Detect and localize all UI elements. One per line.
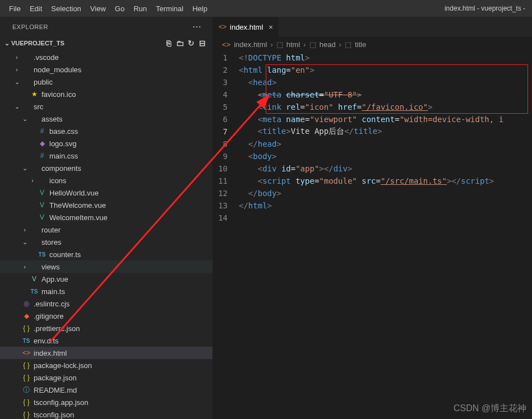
code-line[interactable]: 1<!DOCTYPE html> (213, 52, 532, 64)
chevron-icon: › (20, 263, 29, 270)
file-helloworld-vue[interactable]: VHelloWorld.vue (0, 187, 212, 199)
code-line[interactable]: 9 <body> (213, 150, 532, 162)
folder-src[interactable]: ⌄src (0, 100, 212, 113)
folder-node-modules[interactable]: ›node_modules (0, 63, 212, 76)
code-line[interactable]: 13</html> (213, 199, 532, 212)
file-label: main.css (49, 152, 78, 160)
code-line[interactable]: 2<html lang="en"> (213, 64, 532, 76)
file-label: public (34, 78, 53, 86)
project-header[interactable]: ⌄ VUEPROJECT_TS ⎘ 🗀 ↻ ⊟ (0, 36, 212, 50)
code-line[interactable]: 6 <meta name="viewport" content="width=d… (213, 113, 532, 125)
refresh-icon[interactable]: ↻ (186, 39, 197, 48)
code-line[interactable]: 12 </body> (213, 187, 532, 199)
file-label: stores (41, 238, 61, 246)
code-content[interactable]: <link rel="icon" href="/favicon.ico"> (239, 103, 532, 111)
menubar: FileEditSelectionViewGoRunTerminalHelp i… (0, 0, 532, 17)
line-number: 3 (213, 78, 239, 87)
code-content[interactable]: <html lang="en"> (239, 66, 532, 75)
folder-assets[interactable]: ⌄assets (0, 113, 212, 125)
code-line[interactable]: 5 <link rel="icon" href="/favicon.ico"> (213, 101, 532, 113)
file-env-d-ts[interactable]: TSenv.d.ts (0, 334, 212, 347)
json-icon: { } (21, 361, 31, 369)
code-line[interactable]: 14 (213, 212, 532, 224)
code-editor[interactable]: 1<!DOCTYPE html>2<html lang="en">3 <head… (213, 52, 532, 419)
folder-stores[interactable]: ⌄stores (0, 236, 212, 248)
breadcrumb[interactable]: <> index.html › ⬚ html › ⬚ head › ⬚ titl… (213, 37, 532, 52)
code-content[interactable]: <head> (239, 78, 532, 87)
vue-icon: V (37, 201, 47, 209)
folder-public[interactable]: ⌄public (0, 76, 212, 88)
code-content[interactable]: </body> (239, 189, 532, 198)
file-main-css[interactable]: #main.css (0, 150, 212, 162)
file-welcomeitem-vue[interactable]: VWelcomeItem.vue (0, 211, 212, 224)
crumb[interactable]: index.html (234, 40, 267, 49)
file--eslintrc-cjs[interactable]: ◎.eslintrc.cjs (0, 297, 212, 310)
collapse-icon[interactable]: ⊟ (197, 39, 208, 48)
code-line[interactable]: 4 <meta charset="UTF-8"> (213, 89, 532, 101)
file-package-lock-json[interactable]: { }package-lock.json (0, 359, 212, 371)
star-icon: ★ (29, 90, 39, 98)
code-content[interactable]: <meta name="viewport" content="width=dev… (239, 115, 532, 124)
new-file-icon[interactable]: ⎘ (163, 39, 174, 48)
menu-help[interactable]: Help (188, 4, 212, 13)
line-number: 6 (213, 115, 239, 124)
line-number: 2 (213, 66, 239, 75)
file-label: HelloWorld.vue (49, 189, 99, 197)
crumb[interactable]: html (286, 40, 300, 49)
folder-components[interactable]: ⌄components (0, 162, 212, 174)
file-package-json[interactable]: { }package.json (0, 371, 212, 384)
code-line[interactable]: 11 <script type="module" src="/src/main.… (213, 175, 532, 187)
file-counter-ts[interactable]: TScounter.ts (0, 248, 212, 260)
file-thewelcome-vue[interactable]: VTheWelcome.vue (0, 199, 212, 211)
explorer-more-icon[interactable]: ⋯ (192, 21, 202, 32)
file-base-css[interactable]: #base.css (0, 125, 212, 137)
file-logo-svg[interactable]: ◆logo.svg (0, 137, 212, 150)
code-content[interactable]: <div id="app"></div> (239, 164, 532, 173)
file-tsconfig-app-json[interactable]: { }tsconfig.app.json (0, 396, 212, 408)
menu-go[interactable]: Go (110, 4, 129, 13)
code-content[interactable]: <body> (239, 152, 532, 161)
menu-file[interactable]: File (4, 4, 25, 13)
menu-view[interactable]: View (86, 4, 110, 13)
file-index-html[interactable]: <>index.html (0, 347, 212, 359)
code-line[interactable]: 8 </head> (213, 138, 532, 150)
tab-index-html[interactable]: <> index.html × (213, 17, 279, 37)
file-label: .gitignore (34, 312, 63, 320)
code-line[interactable]: 7 <title>Vite App后台</title> (213, 125, 532, 138)
file--prettierrc-json[interactable]: { }.prettierrc.json (0, 322, 212, 334)
file-tsconfig-json[interactable]: { }tsconfig.json (0, 408, 212, 419)
code-content[interactable]: </html> (239, 201, 532, 210)
folder-views[interactable]: ›views (0, 260, 212, 273)
code-line[interactable]: 3 <head> (213, 76, 532, 89)
folder--vscode[interactable]: ›.vscode (0, 51, 212, 63)
file-label: main.ts (41, 287, 65, 296)
file-label: assets (41, 115, 63, 123)
new-folder-icon[interactable]: 🗀 (174, 39, 186, 48)
menu-selection[interactable]: Selection (47, 4, 85, 13)
file--gitignore[interactable]: ◆.gitignore (0, 310, 212, 322)
file-main-ts[interactable]: TSmain.ts (0, 285, 212, 297)
file-label: package-lock.json (34, 361, 92, 370)
code-content[interactable]: </head> (239, 139, 532, 148)
file-app-vue[interactable]: VApp.vue (0, 273, 212, 285)
file-favicon-ico[interactable]: ★favicon.ico (0, 88, 212, 100)
chevron-icon: ⌄ (12, 103, 21, 110)
code-line[interactable]: 10 <div id="app"></div> (213, 162, 532, 175)
menu-terminal[interactable]: Terminal (151, 4, 188, 13)
chevron-icon: ⌄ (12, 78, 21, 86)
code-content[interactable]: <title>Vite App后台</title> (239, 127, 532, 137)
menu-run[interactable]: Run (129, 4, 151, 13)
json-icon: { } (21, 374, 31, 381)
code-content[interactable]: <script type="module" src="/src/main.ts"… (239, 176, 532, 185)
file-label: src (34, 103, 43, 111)
crumb[interactable]: head (320, 40, 336, 49)
close-icon[interactable]: × (269, 23, 273, 31)
code-content[interactable]: <meta charset="UTF-8"> (239, 90, 532, 99)
code-content[interactable]: <!DOCTYPE html> (239, 53, 532, 62)
crumb[interactable]: title (355, 40, 366, 49)
menu-edit[interactable]: Edit (25, 4, 47, 13)
file-readme-md[interactable]: ⓘREADME.md (0, 384, 212, 396)
chevron-icon: ⌄ (20, 165, 29, 172)
folder-icons[interactable]: ›icons (0, 174, 212, 187)
folder-router[interactable]: ›router (0, 224, 212, 236)
